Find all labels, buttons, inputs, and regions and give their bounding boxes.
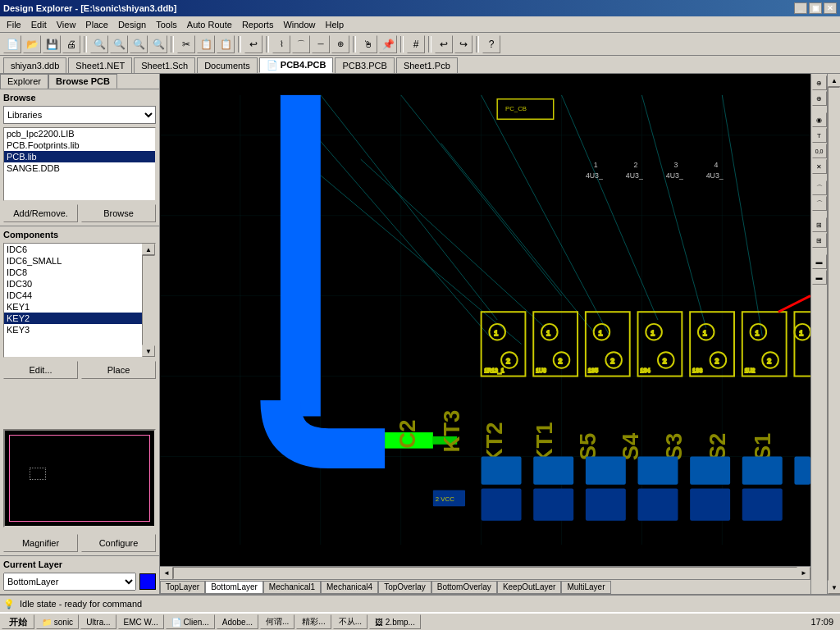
- menu-window[interactable]: Window: [278, 18, 320, 31]
- start-button[interactable]: 开始: [2, 614, 34, 629]
- taskbar-item-bucong[interactable]: 不从...: [333, 614, 368, 629]
- vscroll-track[interactable]: [828, 87, 840, 581]
- layer-tab-toplayer[interactable]: TopLayer: [160, 581, 205, 594]
- menu-place[interactable]: Place: [80, 18, 113, 31]
- place-button[interactable]: Place: [81, 361, 156, 379]
- comp-item[interactable]: IDC44: [4, 290, 142, 301]
- lib-item[interactable]: pcb_Ipc2200.LIB: [4, 128, 155, 139]
- pcb-canvas[interactable]: PC_CB 1 4U3_ 2 4U3_ 3 4U3_ 4 4U3_: [160, 74, 810, 566]
- menu-help[interactable]: Help: [321, 18, 349, 31]
- menu-view[interactable]: View: [52, 18, 81, 31]
- minimize-button[interactable]: _: [794, 2, 807, 14]
- layer-tab-mech4[interactable]: Mechanical4: [321, 581, 378, 594]
- taskbar-item-ultra[interactable]: Ultra...: [80, 614, 116, 629]
- toolbar-open[interactable]: 📂: [23, 35, 41, 53]
- rt-btn-2[interactable]: ⊕: [812, 91, 827, 106]
- taskbar-item-client[interactable]: 📄 Clien...: [166, 614, 215, 629]
- taskbar-item-sonic[interactable]: 📁 sonic: [36, 614, 79, 629]
- configure-button[interactable]: Configure: [81, 534, 156, 552]
- tab-sheet1pcb[interactable]: Sheet1.Pcb: [396, 57, 458, 73]
- rt-btn-3[interactable]: ◉: [812, 112, 827, 127]
- close-button[interactable]: ✕: [824, 2, 837, 14]
- rt-btn-arc1[interactable]: ⌒: [812, 180, 827, 195]
- toolbar-wire[interactable]: ⌇: [272, 35, 290, 53]
- lib-item-selected[interactable]: PCB.lib: [4, 151, 155, 162]
- scroll-left-arrow[interactable]: ◄: [160, 567, 173, 580]
- comp-item[interactable]: IDC6: [4, 244, 142, 255]
- comp-item[interactable]: KEY1: [4, 301, 142, 313]
- tab-pcb4[interactable]: 📄 PCB4.PCB: [259, 57, 334, 73]
- menu-reports[interactable]: Reports: [237, 18, 279, 31]
- toolbar-save[interactable]: 💾: [43, 35, 61, 53]
- layer-tab-keepout[interactable]: KeepOutLayer: [497, 581, 562, 594]
- toolbar-pin[interactable]: 📌: [379, 35, 397, 53]
- tab-sheet1net[interactable]: Sheet1.NET: [68, 57, 132, 73]
- toolbar-redo[interactable]: ↪: [454, 35, 472, 53]
- rt-btn-x[interactable]: ✕: [812, 159, 827, 174]
- scroll-track[interactable]: [173, 567, 797, 579]
- taskbar-item-adobe[interactable]: Adobe...: [217, 614, 258, 629]
- libraries-dropdown[interactable]: Libraries: [3, 106, 156, 124]
- vscroll-up[interactable]: ▲: [828, 74, 840, 87]
- layer-tab-multilayer[interactable]: MultiLayer: [561, 581, 610, 594]
- toolbar-cut[interactable]: ✂: [177, 35, 195, 53]
- magnifier-button[interactable]: Magnifier: [3, 534, 78, 552]
- library-list[interactable]: pcb_Ipc2200.LIB PCB.Footprints.lib PCB.l…: [3, 127, 156, 201]
- comp-item-selected[interactable]: KEY2: [4, 313, 142, 324]
- comp-item[interactable]: IDC30: [4, 278, 142, 290]
- comp-item[interactable]: IDC6_SMALL: [4, 255, 142, 267]
- rt-btn-arc2[interactable]: ⌒: [812, 196, 827, 211]
- toolbar-paste[interactable]: 📋: [217, 35, 235, 53]
- tab-sheet1sch[interactable]: Sheet1.Sch: [134, 57, 195, 73]
- comp-scrollbar[interactable]: ▲ ▼: [142, 244, 155, 357]
- toolbar-zoom-area[interactable]: 🔍: [149, 35, 167, 53]
- toolbar-zoom-fit[interactable]: 🔍: [130, 35, 148, 53]
- taskbar-item-hew[interactable]: 何谓...: [260, 614, 294, 629]
- layer-select[interactable]: BottomLayer TopLayer Mechanical1 MultiLa…: [3, 573, 136, 591]
- comp-item[interactable]: IDC8: [4, 267, 142, 278]
- menu-file[interactable]: File: [2, 18, 26, 31]
- taskbar-item-emc[interactable]: EMC W...: [118, 614, 164, 629]
- lib-item[interactable]: SANGE.DDB: [4, 162, 155, 174]
- component-list[interactable]: IDC6 IDC6_SMALL IDC8 IDC30 IDC44 KEY1 KE…: [3, 243, 156, 358]
- toolbar-grid[interactable]: #: [407, 35, 425, 53]
- rt-btn-line2[interactable]: ▬: [812, 270, 827, 285]
- taskbar-item-bmp[interactable]: 🖼 2.bmp...: [369, 614, 421, 629]
- vscroll-down[interactable]: ▼: [828, 581, 840, 594]
- toolbar-print[interactable]: 🖨: [62, 35, 80, 53]
- menu-design[interactable]: Design: [113, 18, 151, 31]
- menu-autoroute[interactable]: Auto Route: [182, 18, 237, 31]
- toolbar-undo2[interactable]: ↩: [435, 35, 453, 53]
- toolbar-help[interactable]: ?: [482, 35, 500, 53]
- rt-btn-1[interactable]: ⊕: [812, 75, 827, 90]
- tab-pcb3[interactable]: PCB3.PCB: [335, 57, 394, 73]
- tab-documents[interactable]: Documents: [197, 57, 258, 73]
- menu-tools[interactable]: Tools: [151, 18, 182, 31]
- edit-button[interactable]: Edit...: [3, 361, 78, 379]
- layer-tab-bottomoverlay[interactable]: BottomOverlay: [431, 581, 497, 594]
- panel-tab-browse[interactable]: Browse PCB: [48, 74, 117, 89]
- rt-btn-coord[interactable]: 0,0: [812, 144, 827, 158]
- add-remove-button[interactable]: Add/Remove.: [3, 204, 78, 222]
- layer-tab-mech1[interactable]: Mechanical1: [263, 581, 321, 594]
- toolbar-arc[interactable]: ⌒: [292, 35, 310, 53]
- rt-btn-grid2[interactable]: ⊞: [812, 233, 827, 248]
- tab-shiyan3[interactable]: shiyan3.ddb: [3, 57, 66, 73]
- rt-btn-line1[interactable]: ▬: [812, 254, 827, 269]
- toolbar-undo[interactable]: ↩: [244, 35, 262, 53]
- lib-item[interactable]: PCB.Footprints.lib: [4, 139, 155, 151]
- toolbar-copy[interactable]: 📋: [197, 35, 215, 53]
- rt-btn-grid1[interactable]: ⊞: [812, 217, 827, 232]
- comp-item[interactable]: KEY3: [4, 324, 142, 336]
- taskbar-item-jingcai[interactable]: 精彩...: [296, 614, 331, 629]
- toolbar-zoom-out[interactable]: 🔍: [110, 35, 128, 53]
- toolbar-select[interactable]: 🖱: [359, 35, 377, 53]
- menu-edit[interactable]: Edit: [26, 18, 52, 31]
- layer-tab-topoverlay[interactable]: TopOverlay: [378, 581, 431, 594]
- scroll-right-arrow[interactable]: ►: [797, 567, 810, 580]
- panel-tab-explorer[interactable]: Explorer: [0, 74, 48, 89]
- rt-btn-text[interactable]: T: [812, 128, 827, 143]
- browse-button[interactable]: Browse: [81, 204, 156, 222]
- maximize-button[interactable]: ▣: [809, 2, 822, 14]
- toolbar-track[interactable]: ─: [312, 35, 330, 53]
